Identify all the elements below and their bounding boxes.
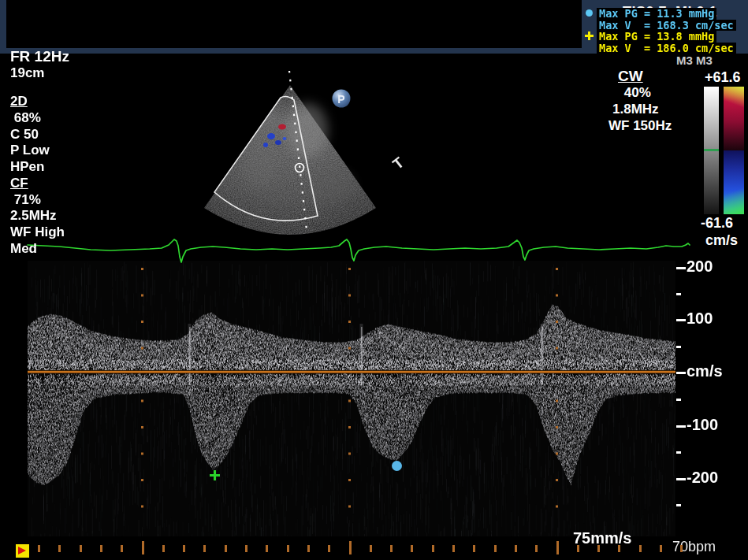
depth-label: 19cm [10, 65, 69, 82]
ruler-tick [639, 545, 642, 552]
color-flow-pixels [263, 124, 287, 148]
ruler-tick [58, 545, 61, 552]
color-scale-max-label: +61.6 [705, 69, 741, 86]
2d-gain-label: 68% [10, 110, 69, 127]
patient-banner-blank [6, 0, 582, 48]
measurement-value: Max V = 168.3 cm/sec [597, 20, 736, 32]
measurement-value: Max V = 186.0 cm/sec [597, 43, 736, 54]
ruler-tick [121, 545, 123, 552]
cf-wallfilter-label: WF High [10, 224, 69, 241]
axis-major-tick [676, 267, 686, 269]
cw-parameter-panel: CW 40% 1.8MHz WF 150Hz [608, 68, 672, 134]
sample-gate-marker[interactable] [296, 164, 304, 172]
axis-tick-label: 200 [687, 258, 713, 276]
cf-med-label: Med [10, 241, 69, 258]
axis-minor-tick [676, 451, 681, 454]
spacer [585, 43, 597, 53]
axis-tick-label: -100 [687, 416, 718, 434]
measurement-row: Max PG = 11.3 mmHg [585, 8, 736, 20]
color-scale-min-label: -61.6 [701, 215, 733, 232]
green-cross-caliper-marker[interactable] [210, 470, 220, 480]
color-scale-positive [724, 87, 744, 150]
ruler-tick [618, 545, 620, 552]
ruler-tick [245, 545, 247, 552]
spacer [10, 81, 69, 94]
axis-minor-tick [676, 504, 681, 506]
heart-rate-label: 70bpm [672, 539, 716, 555]
cw-frequency-label: 1.8MHz [612, 101, 672, 117]
yellow-caliper-icon [585, 32, 597, 41]
frame-rate-label: FR 12Hz [10, 49, 69, 65]
measurement-row: Max PG = 13.8 mmHg [585, 31, 736, 43]
cw-gain-label: 40% [620, 84, 672, 101]
measurement-row: Max V = 186.0 cm/sec [585, 43, 736, 54]
ruler-tick [328, 545, 330, 552]
cine-marker-flag-icon [16, 544, 29, 558]
2d-power-label: P Low [10, 143, 69, 159]
cf-frequency-label: 2.5MHz [10, 208, 69, 224]
cyan-caliper-icon [585, 9, 597, 18]
measurement-results: Max PG = 11.3 mmHg Max V = 168.3 cm/sec … [585, 8, 736, 54]
cyan-dot-caliper-marker[interactable] [392, 461, 402, 471]
ruler-tick [203, 545, 206, 552]
ruler-tick [38, 545, 40, 552]
2d-hpen-label: HPen [10, 159, 69, 176]
tilt-marker-icon: T [389, 154, 407, 172]
ruler-tick [535, 545, 538, 552]
ruler-tick [225, 545, 227, 552]
ruler-tick [266, 545, 268, 552]
spacer [585, 20, 597, 30]
ruler-tick [432, 545, 434, 552]
axis-minor-tick [676, 293, 681, 295]
cw-cursor-line[interactable] [289, 71, 307, 230]
ruler-tick [411, 545, 413, 552]
ruler-tick [660, 545, 662, 552]
color-scale-negative [724, 150, 744, 214]
ruler-tick [597, 545, 600, 552]
mode-2d-label: 2D [10, 94, 28, 109]
axis-minor-tick [676, 399, 681, 401]
ruler-tick [100, 545, 102, 552]
ruler-tick [680, 545, 683, 552]
color-doppler-scale-bar [724, 87, 744, 214]
left-parameter-panel: FR 12Hz 19cm 2D 68% C 50 P Low HPen CF 7… [10, 49, 69, 257]
axis-major-tick [676, 478, 686, 480]
cf-gain-label: 71% [10, 192, 69, 209]
mode-cw-label: CW [618, 68, 643, 84]
axis-major-tick [676, 425, 686, 428]
gray-map-label: M3 M3 [676, 54, 713, 67]
axis-major-tick [676, 319, 686, 321]
ruler-tick [287, 545, 289, 552]
ruler-tick [452, 545, 455, 552]
ruler-second-tick [142, 541, 144, 554]
ruler-tick [494, 545, 497, 552]
color-roi-outline[interactable] [214, 97, 318, 221]
spectral-doppler-canvas[interactable] [28, 261, 675, 536]
ruler-tick [577, 545, 579, 552]
probe-orientation-marker-icon: P [333, 90, 351, 108]
ultrasound-screen: TIS0.7 MI 0.1 Max PG = 11.3 mmHg Max V =… [0, 0, 748, 560]
mode-cf-label: CF [10, 176, 28, 191]
sector-image [204, 85, 376, 235]
measurement-row: Max V = 168.3 cm/sec [585, 20, 736, 32]
ecg-polyline [28, 239, 690, 262]
ruler-tick [307, 545, 310, 552]
2d-compress-label: C 50 [10, 127, 69, 143]
ruler-tick [390, 545, 393, 552]
svg-text:P: P [337, 93, 344, 106]
color-scale-unit-label: cm/s [705, 232, 738, 249]
axis-major-tick [676, 372, 686, 374]
ruler-tick [80, 545, 82, 552]
ruler-second-tick [349, 541, 352, 554]
cw-wallfilter-label: WF 150Hz [608, 117, 672, 134]
measurement-value: Max PG = 13.8 mmHg [597, 31, 716, 43]
sweep-speed-label: 75mm/s [573, 529, 632, 547]
ruler-tick [515, 545, 517, 552]
ruler-tick [473, 545, 475, 552]
ruler-tick [183, 545, 185, 552]
axis-tick-label: -200 [687, 469, 718, 487]
ruler-second-tick [556, 541, 559, 554]
measurement-value: Max PG = 11.3 mmHg [597, 8, 716, 20]
axis-tick-label: cm/s [687, 362, 723, 380]
gray-bar-baseline-marker [704, 149, 719, 151]
